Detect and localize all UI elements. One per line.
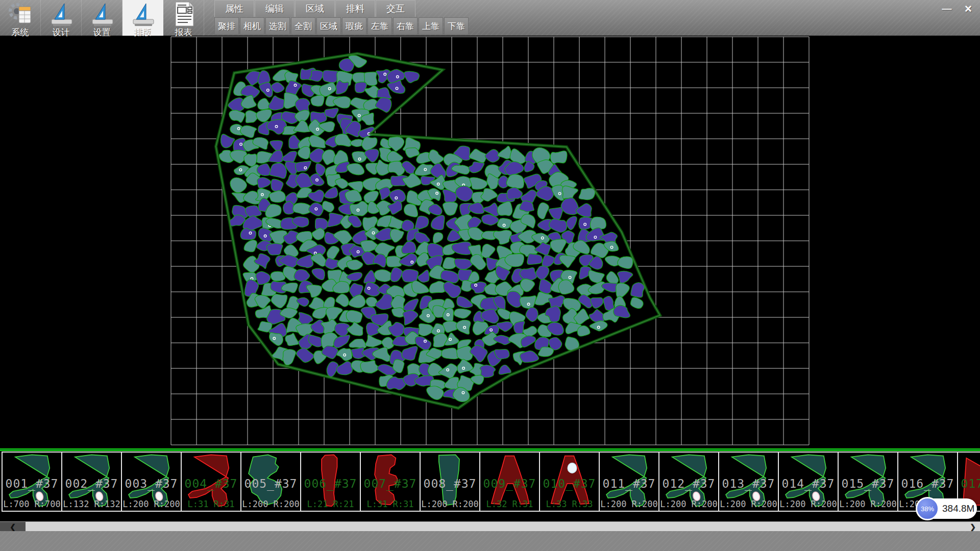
piece-thumbnail[interactable]: 011_#37 L:200 R:200 (599, 452, 659, 512)
toolbar-icon (170, 1, 198, 30)
horizontal-scrollbar[interactable]: ❮ ❯ (0, 521, 980, 531)
menu-tab[interactable]: 编辑 (255, 0, 295, 17)
nested-piece[interactable] (579, 188, 595, 200)
toolbar-main-button[interactable]: 设计 (41, 0, 82, 36)
nested-piece[interactable] (456, 346, 473, 360)
piece-lr-count-label: L:31 R:31 (182, 499, 240, 509)
title-bar: 系统 设计 设置 排版 报表 属性 编辑 区域 排料 交互 聚排 相机 选割 全… (0, 0, 980, 36)
toolbar-main-button[interactable]: 系统 (0, 0, 41, 36)
piece-id-label: 015_#37 (839, 477, 897, 490)
memory-size-label: 384.8M (942, 503, 974, 514)
piece-lr-count-label: L:200 R:200 (122, 499, 181, 509)
menu-zone: 属性 编辑 区域 排料 交互 聚排 相机 选割 全割 区域 瑕疵 左靠 右靠 上… (214, 0, 470, 35)
menu-tab[interactable]: 交互 (376, 0, 415, 17)
piece-id-label: 003_#37 (122, 477, 181, 490)
piece-thumbnail[interactable]: 012_#37 L:200 R:200 (658, 452, 719, 512)
toolbar-icon (89, 1, 116, 30)
piece-id-label: 005_#37 (241, 477, 300, 490)
nesting-canvas[interactable] (0, 36, 980, 448)
toolbar-main-button[interactable]: 报表 (163, 0, 204, 36)
piece-lr-count-label: L:200 R:200 (839, 499, 897, 509)
piece-lr-count-label: L:700 R:700 (3, 499, 61, 509)
toolbar-icon (48, 1, 76, 30)
piece-id-label: 013_#37 (719, 477, 778, 490)
piece-lr-count-label: L:132 R:132 (62, 499, 121, 509)
piece-thumbnail[interactable]: 009_#37 L:32 R:31 (479, 452, 540, 512)
toolbar-main-button[interactable]: 设置 (82, 0, 122, 36)
piece-id-label: 006_#37 (301, 477, 360, 490)
tool-button[interactable]: 相机 (240, 17, 264, 35)
piece-lr-count-label: L:200 R:200 (421, 499, 479, 509)
piece-thumbnail[interactable]: 004_#37 L:31 R:31 (181, 452, 241, 512)
piece-lr-count-label: L:32 R:31 (480, 499, 539, 509)
menu-tabs: 属性 编辑 区域 排料 交互 (214, 0, 470, 17)
piece-lr-count-label: L:200 R:200 (600, 499, 658, 509)
piece-thumbnail[interactable]: 003_#37 L:200 R:200 (121, 452, 182, 512)
piece-lr-count-label: L:200 R:200 (779, 499, 838, 509)
piece-id-label: 012_#37 (659, 477, 718, 490)
pieces-cells: 001_#37 L:700 R:700 002_#37 L:132 R:132 … (0, 452, 980, 513)
piece-id-label: 002_#37 (62, 477, 121, 490)
nested-piece[interactable] (506, 174, 524, 189)
memory-percent-circle: 38% (916, 497, 939, 520)
close-button[interactable]: ✕ (959, 1, 978, 16)
tool-button[interactable]: 聚排 (214, 17, 239, 35)
toolbar-main-button[interactable]: 排版 (122, 0, 163, 36)
set-square-icon (48, 1, 76, 28)
nested-piece[interactable] (520, 296, 536, 309)
set-square-icon (130, 1, 157, 28)
nested-piece[interactable] (267, 243, 283, 255)
piece-id-label: 010_#37 (540, 477, 599, 490)
scroll-right-button[interactable]: ❯ (967, 522, 979, 532)
piece-id-label: 009_#37 (480, 477, 539, 490)
window-controls: — ✕ (937, 1, 978, 16)
nesting-svg[interactable] (0, 36, 980, 448)
piece-id-label: 011_#37 (600, 477, 658, 490)
piece-id-label: 007_#37 (361, 477, 420, 490)
tool-button[interactable]: 全割 (291, 17, 315, 35)
piece-thumbnail[interactable]: 015_#37 L:200 R:200 (838, 452, 898, 512)
piece-id-label: 008_#37 (421, 477, 479, 490)
tool-button[interactable]: 瑕疵 (342, 17, 366, 35)
report-icon (170, 1, 198, 28)
tool-button[interactable]: 下靠 (444, 17, 469, 35)
piece-hole (568, 463, 576, 473)
piece-lr-count-label: L:21 R:21 (301, 499, 360, 509)
piece-thumbnail[interactable]: 002_#37 L:132 R:132 (61, 452, 122, 512)
piece-thumbnail[interactable]: 007_#37 L:31 R:31 (360, 452, 421, 512)
piece-thumbnail[interactable]: 008_#37 L:200 R:200 (420, 452, 480, 512)
piece-thumbnail[interactable]: 010_#37 L:33 R:33 (539, 452, 600, 512)
tool-button[interactable]: 区域 (316, 17, 341, 35)
piece-id-label: 017_#37 (958, 477, 980, 490)
memory-badge: 38% 384.8M (916, 497, 977, 520)
nested-piece[interactable] (346, 310, 362, 322)
tool-buttons: 聚排 相机 选割 全割 区域 瑕疵 左靠 右靠 上靠 下靠 (214, 17, 470, 35)
piece-thumbnail[interactable]: 014_#37 L:200 R:200 (778, 452, 839, 512)
piece-id-label: 014_#37 (779, 477, 838, 490)
piece-id-label: 016_#37 (898, 477, 957, 490)
gear-icon (7, 1, 35, 28)
menu-tab[interactable]: 排料 (335, 0, 375, 17)
tool-button[interactable]: 右靠 (393, 17, 418, 35)
nested-piece[interactable] (402, 269, 419, 282)
piece-thumbnail[interactable]: 013_#37 L:200 R:200 (718, 452, 779, 512)
nested-piece[interactable] (527, 254, 543, 264)
piece-lr-count-label: L:31 R:31 (361, 499, 420, 509)
main-buttons: 系统 设计 设置 排版 报表 (0, 0, 204, 36)
piece-thumbnail[interactable]: 001_#37 L:700 R:700 (2, 452, 62, 512)
tool-button[interactable]: 选割 (265, 17, 290, 35)
set-square-icon (89, 1, 116, 28)
pieces-strip: 001_#37 L:700 R:700 002_#37 L:132 R:132 … (0, 448, 980, 514)
minimize-button[interactable]: — (937, 1, 957, 16)
tool-button[interactable]: 上靠 (419, 17, 443, 35)
piece-thumbnail[interactable]: 005_#37 L:200 R:200 (240, 452, 301, 512)
menu-tab[interactable]: 属性 (214, 0, 254, 17)
menu-tab[interactable]: 区域 (295, 0, 335, 17)
piece-thumbnail[interactable]: 006_#37 L:21 R:21 (300, 452, 361, 512)
scroll-left-button[interactable]: ❮ (0, 522, 26, 532)
tool-button[interactable]: 左靠 (368, 17, 392, 35)
toolbar-icon (130, 1, 157, 30)
status-bar (0, 531, 980, 551)
nested-piece[interactable] (550, 151, 567, 164)
piece-lr-count-label: L:33 R:33 (540, 499, 599, 509)
